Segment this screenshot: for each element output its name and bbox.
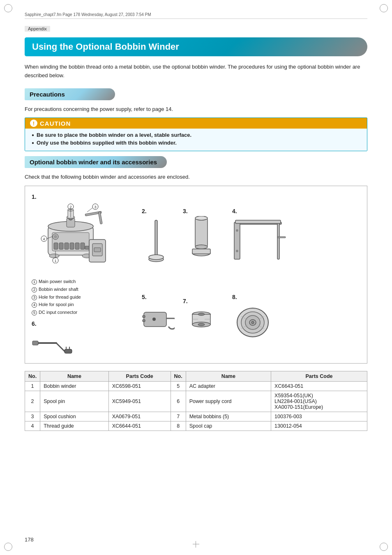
table-cell-0-2: XC6598-051 — [108, 381, 171, 391]
svg-rect-3 — [54, 243, 58, 249]
svg-text:1: 1 — [54, 259, 56, 263]
svg-line-55 — [56, 343, 65, 351]
svg-rect-7 — [75, 243, 79, 249]
svg-point-41 — [149, 255, 164, 260]
illus-item-1: 1. — [32, 193, 138, 269]
table-header-name1: Name — [40, 371, 109, 381]
illus-item-3: 3. — [180, 208, 229, 269]
main-title: Using the Optional Bobbin Winder — [32, 41, 179, 52]
svg-rect-17 — [98, 212, 102, 224]
table-cell-0-1: Bobbin winder — [40, 381, 109, 391]
svg-point-18 — [49, 254, 59, 258]
caution-label: CAUTION — [40, 120, 71, 127]
table-cell-0-5: XC6643-051 — [271, 381, 367, 391]
svg-rect-56 — [65, 349, 72, 353]
svg-rect-46 — [192, 249, 210, 254]
table-header-no2: No. — [171, 371, 186, 381]
intro-text: When winding the bobbin thread onto a me… — [25, 63, 367, 80]
table-header-no1: No. — [25, 371, 40, 381]
illus-label-5: 5. — [142, 294, 180, 300]
illus-item-7: 7. — [180, 298, 229, 335]
illus-item-4: 4. — [229, 208, 295, 269]
svg-line-32 — [87, 208, 92, 212]
table-header-parts2: Parts Code — [271, 371, 367, 381]
svg-rect-48 — [277, 222, 279, 259]
illus-label-4: 4. — [232, 208, 295, 214]
svg-point-68 — [198, 313, 205, 315]
legend-circle-3: 3 — [32, 295, 37, 300]
svg-rect-63 — [143, 315, 145, 318]
spool-pin-svg — [142, 216, 171, 269]
illus-label-2: 2. — [142, 208, 180, 214]
table-cell-2-4: Metal bobbins (5) — [186, 412, 271, 421]
table-cell-3-4: Spool cap — [186, 421, 271, 431]
corner-mark-bl — [4, 539, 16, 551]
table-cell-3-3: 8 — [171, 421, 186, 431]
legend-circle-1: 1 — [32, 279, 37, 285]
table-cell-1-1: Spool pin — [40, 391, 109, 412]
thread-guide-mini-svg — [85, 235, 110, 268]
svg-rect-8 — [81, 243, 85, 249]
table-cell-2-2: XA0679-051 — [108, 412, 171, 421]
table-cell-2-0: 3 — [25, 412, 40, 421]
svg-point-62 — [152, 318, 156, 321]
table-cell-0-4: AC adapter — [186, 381, 271, 391]
svg-rect-49 — [234, 222, 240, 259]
illus-item-8: 8. — [229, 294, 295, 339]
section1-title: Precautions — [30, 91, 65, 98]
svg-rect-64 — [143, 320, 145, 322]
legend-item-1: 1 Main power switch — [32, 278, 138, 286]
file-info: Sapphire_chapt7.fm Page 178 Wednesday, A… — [25, 12, 367, 19]
page-number: 178 — [25, 537, 34, 543]
table-cell-1-3: 6 — [171, 391, 186, 412]
main-title-banner: Using the Optional Bobbin Winder — [25, 37, 367, 56]
svg-text:3: 3 — [94, 205, 96, 209]
corner-mark-tr — [376, 4, 388, 16]
caution-item-2: Only use the bobbins supplied with this … — [32, 140, 360, 146]
caution-item-1: Be sure to place the bobbin winder on a … — [32, 132, 360, 138]
svg-text:4: 4 — [43, 237, 45, 241]
spool-cap-svg — [232, 302, 273, 339]
table-cell-3-1: Thread guide — [40, 421, 109, 431]
spool-cushion-svg — [183, 216, 220, 269]
table-cell-1-5: X59354-051(UK) LN2284-001(USA) XA0070-15… — [271, 391, 367, 412]
svg-point-51 — [236, 250, 238, 252]
illus-label-3: 3. — [183, 208, 229, 214]
svg-point-50 — [236, 229, 238, 232]
illus-item-5: 5. — [138, 294, 180, 339]
table-row: 4Thread guideXC6644-0518Spool cap130012-… — [25, 421, 367, 431]
legend-circle-5: 5 — [32, 310, 37, 315]
table-header-name2: Name — [186, 371, 271, 381]
svg-rect-4 — [59, 243, 63, 249]
table-cell-1-2: XC5949-051 — [108, 391, 171, 412]
thread-guide-svg — [232, 216, 290, 269]
page: Sapphire_chapt7.fm Page 178 Wednesday, A… — [0, 0, 392, 555]
svg-point-76 — [251, 321, 254, 324]
illus-label-6: 6. — [32, 320, 138, 327]
table-cell-0-3: 5 — [171, 381, 186, 391]
svg-point-69 — [198, 323, 205, 326]
parts-legend: 1 Main power switch 2 Bobbin winder shaf… — [32, 275, 138, 357]
table-row: 1Bobbin winderXC6598-0515AC adapterXC664… — [25, 381, 367, 391]
section2-title: Optional bobbin winder and its accessori… — [30, 159, 157, 166]
corner-mark-br — [376, 539, 388, 551]
svg-rect-42 — [195, 218, 208, 247]
power-cord-svg — [32, 329, 81, 357]
section2-text: Check that the following bobbin winder a… — [25, 173, 367, 182]
svg-rect-5 — [65, 243, 69, 249]
section1-header: Precautions — [25, 88, 115, 100]
caution-box: ! CAUTION Be sure to place the bobbin wi… — [25, 117, 367, 151]
svg-rect-53 — [277, 237, 286, 238]
legend-item-4: 4 Hole for spool pin — [32, 301, 138, 309]
section2-header: Optional bobbin winder and its accessori… — [25, 156, 167, 168]
illus-label-7: 7. — [183, 298, 229, 304]
illus-label-8: 8. — [232, 294, 295, 300]
table-cell-2-5: 100376-003 — [271, 412, 367, 421]
caution-icon: ! — [30, 120, 37, 127]
corner-mark-tl — [4, 4, 16, 16]
illus-item-2: 2. — [138, 208, 180, 269]
legend-item-5: 5 DC input connector — [32, 309, 138, 316]
svg-rect-38 — [94, 248, 101, 252]
svg-text:2: 2 — [69, 205, 71, 209]
svg-point-43 — [195, 216, 208, 220]
